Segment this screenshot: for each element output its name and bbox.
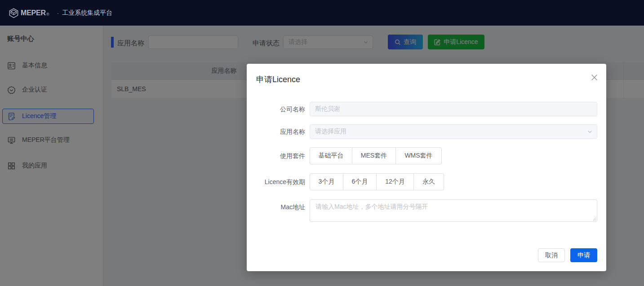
top-navbar: MEPER ® · 工业系统集成平台 (0, 0, 644, 26)
mac-textarea-placeholder: 请输入Mac地址，多个地址请用分号隔开 (315, 203, 428, 211)
app-name-select[interactable]: 请选择应用 (310, 124, 597, 139)
resize-grip-icon[interactable] (592, 217, 596, 221)
dialog-title: 申请Licence (256, 74, 300, 85)
suite-option-wms[interactable]: WMS套件 (396, 147, 442, 164)
close-icon[interactable] (590, 74, 599, 83)
brand-logo: MEPER ® (9, 8, 49, 18)
dialog-footer: 取消 申请 (538, 248, 597, 262)
chevron-down-icon (587, 129, 593, 135)
mac-address-label: Mac地址 (215, 203, 305, 211)
meper-cube-icon (9, 8, 19, 18)
registered-mark-icon: ® (46, 12, 49, 17)
form-row-mac: Mac地址 请输入Mac地址，多个地址请用分号隔开 (247, 199, 606, 222)
app-select-placeholder: 请选择应用 (315, 128, 587, 136)
submit-button[interactable]: 申请 (570, 248, 597, 262)
cancel-button[interactable]: 取消 (538, 248, 565, 262)
suite-label: 使用套件 (215, 152, 305, 160)
validity-radio-group: 3个月 6个月 12个月 永久 (310, 173, 444, 190)
suite-radio-group: 基础平台 MES套件 WMS套件 (310, 147, 442, 164)
validity-label: Licence有效期 (215, 178, 305, 186)
apply-licence-dialog: 申请Licence 公司名称 斯伦贝谢 应用名称 请选择应用 使用套件 基础平台… (247, 64, 606, 271)
company-name-input[interactable]: 斯伦贝谢 (310, 102, 597, 116)
validity-option-12m[interactable]: 12个月 (377, 173, 414, 190)
nav-separator: · (57, 9, 59, 17)
brand-name: MEPER (21, 9, 46, 17)
platform-title: 工业系统集成平台 (62, 9, 112, 17)
validity-option-3m[interactable]: 3个月 (310, 173, 343, 190)
mac-address-textarea[interactable]: 请输入Mac地址，多个地址请用分号隔开 (310, 199, 597, 222)
suite-option-mes[interactable]: MES套件 (352, 147, 396, 164)
app-name-label: 应用名称 (215, 128, 305, 136)
company-name-label: 公司名称 (215, 106, 305, 114)
suite-option-basic[interactable]: 基础平台 (310, 147, 352, 164)
company-name-value: 斯伦贝谢 (315, 105, 597, 113)
validity-option-forever[interactable]: 永久 (414, 173, 444, 190)
validity-option-6m[interactable]: 6个月 (343, 173, 377, 190)
